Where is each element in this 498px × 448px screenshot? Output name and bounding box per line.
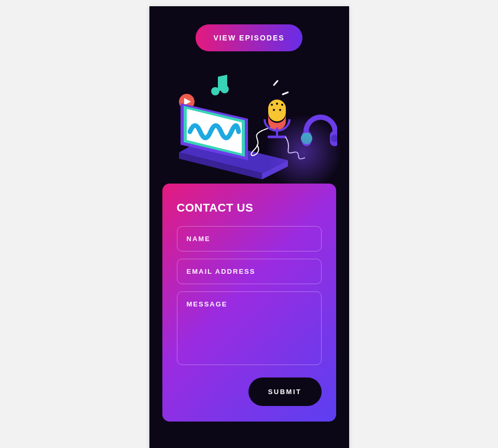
hero-illustration	[161, 69, 337, 181]
message-field[interactable]	[177, 291, 322, 365]
svg-point-0	[211, 87, 219, 95]
svg-point-18	[273, 109, 275, 111]
contact-title: Contact Us	[177, 201, 322, 215]
view-episodes-button[interactable]: View Episodes	[196, 24, 302, 51]
music-note-icon	[211, 75, 229, 95]
svg-point-16	[276, 103, 278, 105]
submit-button[interactable]: Submit	[248, 377, 322, 406]
svg-point-17	[281, 104, 283, 106]
svg-point-19	[279, 109, 281, 111]
glow-effect	[265, 114, 342, 191]
svg-point-1	[220, 85, 229, 93]
phone-frame: View Episodes	[149, 6, 349, 448]
email-field[interactable]	[177, 259, 322, 284]
contact-card: Contact Us Submit	[162, 184, 336, 422]
svg-point-15	[271, 104, 273, 106]
accent-marks	[274, 81, 288, 94]
svg-line-2	[274, 81, 278, 85]
name-field[interactable]	[177, 226, 322, 251]
svg-line-3	[283, 92, 288, 94]
